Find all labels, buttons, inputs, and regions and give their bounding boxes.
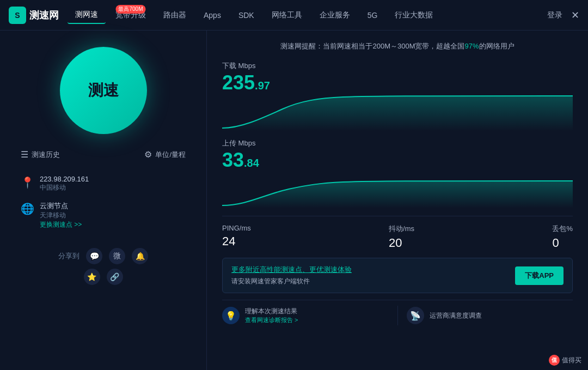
nav-item-upgrade[interactable]: 最高700M 宽带升级 [108,7,154,23]
upload-section: 上传 Mbps 33.84 [222,138,573,210]
jitter-stat: 抖动/ms 20 [389,224,414,250]
nav-item-bigdata[interactable]: 行业大数据 [387,7,440,23]
download-value: 235.97 [222,73,573,93]
download-label: 下载 Mbps [222,61,573,71]
history-button[interactable]: ☰ 测速历史 [21,149,60,160]
notice-text: 测速网提醒：当前网速相当于200M～300M宽带，超越全国 [280,42,464,50]
change-node-link[interactable]: 更换测速点 >> [40,220,82,229]
loss-value: 0 [552,236,559,250]
ip-info-section: 📍 223.98.209.161 中国移动 🌐 云测节点 天津移动 更换测速点 … [21,175,186,238]
stats-row: PING/ms 24 抖动/ms 20 丢包% 0 [222,216,573,250]
ip-row: 📍 223.98.209.161 中国移动 [21,175,186,192]
star-share-icon[interactable]: ⭐ [84,269,100,285]
diagnosis-title: 理解本次测速结果 [245,307,298,316]
share-row-2: ⭐ 🔗 [84,269,123,285]
download-chart [222,93,573,131]
download-chart-svg [222,93,573,131]
ping-label: PING/ms [222,224,251,232]
speed-button[interactable]: 测速 [60,47,147,134]
download-section: 下载 Mbps 235.97 [222,61,573,133]
nav-item-speed[interactable]: 测网速 [68,7,106,24]
nav-item-router[interactable]: 路由器 [156,7,194,23]
node-row: 🌐 云测节点 天津移动 更换测速点 >> [21,201,186,229]
bell-share-icon[interactable]: 🔔 [132,248,148,264]
ping-stat: PING/ms 24 [222,224,251,250]
nav-item-tools[interactable]: 网络工具 [264,7,310,23]
notice-suffix: 的网络用户 [479,42,514,50]
banner-sub: 请安装网速管家客户端软件 [231,277,310,285]
watermark-icon: 值 [549,355,560,366]
settings-icon: ⚙ [144,149,152,160]
watermark-text: 值得买 [562,356,581,365]
unit-label: 单位/量程 [155,150,186,160]
header: S 测速网 测网速 最高700M 宽带升级 路由器 Apps SDK 网络工具 … [0,0,588,31]
close-button[interactable]: ✕ [571,9,579,21]
logo: S 测速网 [9,7,59,24]
nav-item-5g[interactable]: 5G [360,8,385,23]
weibo-share-icon[interactable]: 微 [109,248,125,264]
survey-title: 运营商满意度调查 [430,311,482,320]
node-value: 天津移动 [40,211,82,220]
notice-bar: 测速网提醒：当前网速相当于200M～300M宽带，超越全国97%的网络用户 [222,41,573,51]
unit-button[interactable]: ⚙ 单位/量程 [144,149,186,160]
share-label: 分享到 [58,251,79,261]
upload-chart [222,170,573,208]
history-label: 测速历史 [32,150,60,160]
upload-chart-svg [222,170,573,208]
survey-button[interactable]: 📡 运营商满意度调查 [407,307,573,324]
logo-text: 测速网 [29,9,59,22]
header-right: 登录 ✕ [547,9,579,21]
diagnosis-link[interactable]: 查看网速诊断报告 > [245,316,298,324]
location-icon: 📍 [21,176,34,189]
download-app-button[interactable]: 下载APP [515,266,564,285]
banner-link[interactable]: 更多附近高性能测速点、更优测速体验 [231,265,352,275]
share-row: 分享到 💬 微 🔔 [58,248,148,264]
diagnosis-button[interactable]: 💡 理解本次测速结果 查看网速诊断报告 > [222,307,389,324]
main-content: 测速 ☰ 测速历史 ⚙ 单位/量程 📍 223.98.209.161 中国移动 … [0,31,588,370]
link-share-icon[interactable]: 🔗 [107,269,123,285]
upload-value: 33.84 [222,150,573,170]
jitter-value: 20 [389,236,402,250]
node-label: 云测节点 [40,201,82,211]
nav-item-apps[interactable]: Apps [196,8,229,23]
bottom-bar: 💡 理解本次测速结果 查看网速诊断报告 > 📡 运营商满意度调查 [222,300,573,331]
logo-icon: S [9,7,26,24]
login-button[interactable]: 登录 [547,10,562,20]
bottom-divider [397,306,398,325]
nav-item-enterprise[interactable]: 企业服务 [312,7,358,23]
speed-circle-label: 测速 [88,80,119,101]
app-banner: 更多附近高性能测速点、更优测速体验 请安装网速管家客户端软件 下载APP [222,258,573,293]
nav-badge-upgrade: 最高700M [115,5,145,14]
upload-label: 上传 Mbps [222,138,573,148]
survey-icon: 📡 [407,307,424,324]
notice-highlight: 97% [465,42,479,50]
wechat-share-icon[interactable]: 💬 [86,248,102,264]
jitter-label: 抖动/ms [389,224,414,234]
nav-item-sdk[interactable]: SDK [231,8,262,23]
ip-address: 223.98.209.161 [40,175,89,183]
globe-icon: 🌐 [21,202,34,215]
controls-row: ☰ 测速历史 ⚙ 单位/量程 [21,149,186,160]
loss-stat: 丢包% 0 [552,224,573,250]
ping-value: 24 [222,234,235,248]
banner-text: 更多附近高性能测速点、更优测速体验 请安装网速管家客户端软件 [231,265,352,286]
left-panel: 测速 ☰ 测速历史 ⚙ 单位/量程 📍 223.98.209.161 中国移动 … [0,31,207,370]
loss-label: 丢包% [552,224,573,234]
history-icon: ☰ [21,149,28,160]
isp-name: 中国移动 [40,183,89,192]
right-panel: 测速网提醒：当前网速相当于200M～300M宽带，超越全国97%的网络用户 下载… [207,31,588,370]
diagnosis-icon: 💡 [222,307,240,324]
watermark: 值 值得买 [549,355,581,366]
